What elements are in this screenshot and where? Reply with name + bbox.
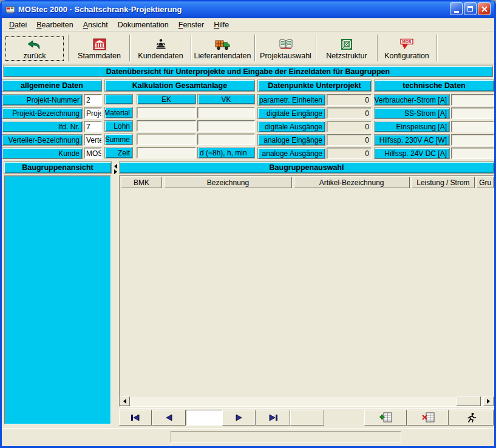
stammdaten-button[interactable]: Stammdaten [70, 35, 129, 62]
row-label: Material [104, 107, 133, 118]
einspeisung-field[interactable] [451, 121, 494, 132]
maximize-button[interactable] [464, 2, 477, 15]
grid-header-row: BMK Bezeichnung Artikel-Bezeichnung Leis… [120, 176, 494, 189]
lohn-vk-field[interactable] [197, 120, 255, 132]
close-button[interactable] [478, 2, 491, 15]
last-record-button[interactable] [256, 410, 290, 426]
delete-row-button[interactable] [407, 410, 449, 426]
toolbar-button-label: Projektauswahl [260, 52, 311, 60]
toolbar-separator [316, 35, 317, 61]
menu-item-dokumentation[interactable]: Dokumentation [113, 19, 174, 30]
menu-label: B [36, 21, 41, 29]
column-header-gruppe[interactable]: Gru [477, 177, 494, 188]
mos-flag-icon: MOS [399, 37, 415, 50]
insert-row-icon [379, 412, 392, 423]
person-statue-icon [155, 37, 167, 50]
toolbar-button-label: Lieferantendaten [194, 52, 251, 60]
page-title-banner: Datenübersicht für Unterprojekte und Ein… [3, 66, 493, 77]
scroll-right-icon [487, 399, 490, 404]
field-label: Einspeisung [A] [374, 121, 450, 132]
record-position-field[interactable] [186, 410, 222, 426]
lieferantendaten-button[interactable]: Lieferantendaten [192, 35, 253, 62]
menu-item-bearbeiten[interactable]: Bearbeiten [32, 19, 78, 30]
menu-label: enster [183, 21, 204, 29]
field-label: lfd. Nr. [2, 121, 83, 132]
menu-label: H [214, 21, 219, 29]
hilfssp-230v-field[interactable] [451, 134, 494, 146]
hilfssp-24v-field[interactable] [451, 148, 494, 159]
scroll-right-button[interactable] [483, 396, 494, 406]
field-label: analoge Eingänge [257, 134, 325, 146]
projektauswahl-button[interactable]: Projektauswahl [256, 35, 315, 62]
projekt-nummer-field[interactable]: 2 [84, 94, 102, 106]
scroll-left-button[interactable] [120, 396, 130, 406]
splitter-arrows-icon[interactable] [113, 164, 118, 174]
ss-strom-field[interactable] [451, 107, 494, 119]
analoge-ausgaenge-field[interactable]: 0 [327, 148, 372, 159]
field-label: Projekt-Nummer [2, 94, 83, 106]
material-vk-field[interactable] [197, 107, 255, 118]
column-header-vk: VK [197, 94, 255, 104]
insert-row-button[interactable] [364, 410, 407, 426]
verteiler-bezeichnung-field[interactable]: Verteil [84, 134, 102, 146]
field-label: digitale Ausgänge [257, 121, 325, 132]
grid-body-empty[interactable] [120, 189, 494, 396]
scrollbar-thumb[interactable] [457, 396, 481, 406]
column-header-bezeichnung[interactable]: Bezeichnung [164, 177, 292, 188]
truck-icon [215, 37, 231, 50]
window-controls [450, 2, 491, 15]
column-header-bmk[interactable]: BMK [121, 177, 162, 188]
previous-record-button[interactable] [152, 410, 186, 426]
row-label: Lohn [104, 120, 133, 132]
zeit-ek-field[interactable] [137, 147, 196, 158]
konfiguration-button[interactable]: MOS Konfiguration [379, 35, 435, 62]
kunde-field[interactable]: MOSte [84, 148, 102, 159]
navigator-spacer-button [290, 410, 324, 426]
lohn-ek-field[interactable] [137, 120, 196, 132]
field-label: analoge Ausgänge [257, 148, 325, 159]
netzstruktur-button[interactable]: Netzstruktur [318, 35, 376, 62]
digitale-eingaenge-field[interactable]: 0 [327, 107, 372, 119]
first-record-button[interactable] [119, 410, 152, 426]
material-ek-field[interactable] [137, 107, 196, 118]
back-button[interactable]: zurück [4, 35, 65, 62]
summe-vk-field[interactable] [197, 134, 255, 145]
window-title: MOStec 2000 - Schaltschrank-Projektierun… [18, 5, 182, 14]
toolbar-button-label: Stammdaten [78, 52, 121, 60]
toolbar-button-label: Netzstruktur [326, 52, 367, 60]
svg-text:MOS: MOS [403, 39, 412, 44]
parametr-einheiten-field[interactable]: 0 [327, 94, 372, 106]
menu-item-fenster[interactable]: Fenster [174, 19, 209, 30]
next-record-button[interactable] [222, 410, 256, 426]
summe-ek-field[interactable] [137, 134, 196, 145]
analoge-eingaenge-field[interactable]: 0 [327, 134, 372, 146]
menu-item-datei[interactable]: Datei [4, 19, 32, 30]
panel-splitter[interactable] [113, 161, 118, 426]
previous-record-icon [165, 414, 173, 421]
column-header-leistung-strom[interactable]: Leistung / Strom [412, 177, 475, 188]
baugruppen-tree-area[interactable] [4, 175, 111, 424]
lfd-nr-field[interactable]: 7 [84, 121, 102, 132]
toolbar-separator [68, 35, 69, 61]
toolbar-separator [377, 35, 378, 61]
delete-row-icon [421, 412, 435, 423]
horizontal-scrollbar[interactable] [120, 396, 494, 406]
minimize-button[interactable] [450, 2, 463, 15]
scroll-left-icon [123, 399, 126, 404]
field-label: SS-Strom [A] [374, 107, 450, 119]
field-label: Hilfssp. 230V AC [W] [374, 134, 450, 146]
digitale-ausgaenge-field[interactable]: 0 [327, 121, 372, 132]
column-header-artikel-bezeichnung[interactable]: Artikel-Bezeichnung [294, 177, 410, 188]
menu-bar: Datei Bearbeiten Ansicht Dokumentation F… [2, 18, 494, 32]
menu-item-hilfe[interactable]: Hilfe [209, 19, 234, 30]
network-grid-icon [340, 37, 353, 50]
toolbar: zurück Stammdaten [2, 32, 494, 64]
toolbar-separator [437, 35, 438, 61]
verbraucher-strom-field[interactable] [451, 94, 494, 106]
projekt-bezeichnung-field[interactable]: Projek [84, 107, 102, 119]
execute-button[interactable] [449, 410, 494, 426]
kundendaten-button[interactable]: Kundendaten [131, 35, 190, 62]
panel-title: Baugruppenansicht [4, 161, 112, 174]
panel-allgemeine-daten: allgemeine Daten Projekt-Nummer 2 Projek… [2, 80, 102, 159]
menu-item-ansicht[interactable]: Ansicht [78, 19, 113, 30]
